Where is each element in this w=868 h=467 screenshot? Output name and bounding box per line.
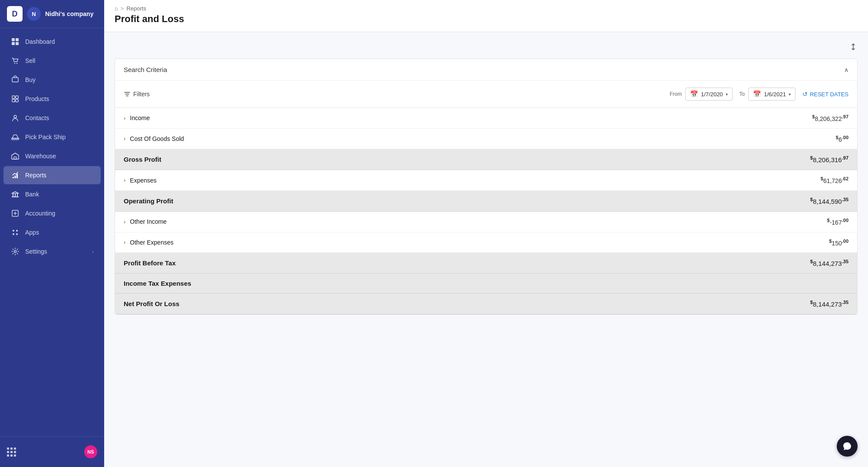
other-income-expand-icon: › [124, 219, 125, 225]
company-avatar: N [27, 7, 41, 21]
gross-profit-amount: $8,206,316.97 [810, 155, 848, 163]
sidebar-item-warehouse[interactable]: Warehouse [3, 147, 101, 165]
sidebar-label-settings: Settings [25, 248, 87, 255]
settings-icon [10, 247, 20, 256]
expenses-amount: $61,726.62 [821, 176, 848, 184]
sidebar-nav: Dashboard Sell Buy [0, 28, 104, 436]
sidebar-label-warehouse: Warehouse [25, 153, 94, 160]
sidebar-label-sell: Sell [25, 57, 94, 64]
contacts-icon [10, 113, 20, 123]
svg-point-23 [13, 233, 14, 235]
to-label: To [740, 91, 745, 97]
to-calendar-icon: 📅 [753, 90, 761, 98]
from-date-arrow-icon: ▾ [726, 92, 728, 97]
report-table: › Income $8,206,322.97 › Cost Of Goods S… [115, 108, 858, 315]
expenses-expand-icon: › [124, 177, 125, 183]
sidebar-item-products[interactable]: Products [3, 90, 101, 108]
svg-point-21 [13, 230, 14, 232]
search-criteria-header[interactable]: Search Criteria ∧ [115, 59, 857, 81]
sidebar-item-apps[interactable]: Apps [3, 223, 101, 242]
cogs-row[interactable]: › Cost Of Goods Sold $6.00 [115, 129, 857, 150]
income-tax-expenses-label: Income Tax Expenses [124, 280, 848, 287]
from-label: From [670, 91, 682, 97]
income-expand-icon: › [124, 115, 125, 121]
income-tax-expenses-row: Income Tax Expenses [115, 274, 857, 294]
gross-profit-label: Gross Profit [124, 156, 810, 163]
sidebar-item-pick-pack-ship[interactable]: Pick Pack Ship [3, 128, 101, 146]
date-from-group: From 📅 1/7/2020 ▾ [670, 88, 733, 101]
income-label: Income [130, 114, 812, 121]
filters-label: Filters [133, 91, 150, 98]
sidebar-item-settings[interactable]: Settings › [3, 242, 101, 261]
filters-button[interactable]: Filters [124, 91, 150, 98]
sidebar-label-apps: Apps [25, 229, 94, 236]
other-expenses-row[interactable]: › Other Expenses $150.00 [115, 232, 857, 253]
income-amount: $8,206,322.97 [812, 114, 848, 122]
svg-point-25 [14, 251, 16, 253]
sidebar-item-buy[interactable]: Buy [3, 71, 101, 89]
svg-rect-7 [12, 96, 15, 98]
svg-rect-3 [16, 42, 19, 45]
sidebar-item-accounting[interactable]: Accounting [3, 204, 101, 222]
reports-icon [10, 170, 20, 180]
page-header: ⌂ > Reports Profit and Loss [104, 0, 868, 32]
reset-dates-button[interactable]: ↺ RESET DATES [802, 91, 848, 98]
profit-before-tax-label: Profit Before Tax [124, 259, 810, 267]
accounting-icon [10, 209, 20, 218]
chat-button[interactable] [837, 436, 858, 457]
operating-profit-amount: $8,144,590.35 [810, 197, 848, 205]
svg-rect-2 [12, 42, 15, 45]
user-avatar[interactable]: NS [84, 445, 97, 458]
income-row[interactable]: › Income $8,206,322.97 [115, 108, 857, 129]
svg-rect-10 [16, 99, 18, 102]
page-title: Profit and Loss [115, 13, 858, 25]
buy-icon [10, 75, 20, 85]
profit-before-tax-row: Profit Before Tax $8,144,273.35 [115, 253, 857, 274]
svg-rect-15 [16, 174, 18, 178]
search-criteria-card: Search Criteria ∧ Filters From 📅 1/7/202… [115, 59, 858, 108]
sidebar: D N Nidhi's company Dashboard [0, 0, 104, 467]
other-income-label: Other Income [130, 218, 827, 225]
sidebar-item-reports[interactable]: Reports [3, 166, 101, 184]
pick-pack-ship-icon [10, 132, 20, 142]
sidebar-item-sell[interactable]: Sell [3, 52, 101, 70]
expenses-label: Expenses [130, 177, 820, 184]
from-date-picker[interactable]: 📅 1/7/2020 ▾ [685, 88, 733, 101]
other-expenses-label: Other Expenses [130, 239, 829, 246]
home-icon[interactable]: ⌂ [115, 5, 118, 12]
to-date-picker[interactable]: 📅 1/6/2021 ▾ [748, 88, 796, 101]
breadcrumb-separator: > [121, 5, 124, 12]
sidebar-label-accounting: Accounting [25, 210, 94, 217]
content-area: Search Criteria ∧ Filters From 📅 1/7/202… [104, 32, 868, 467]
svg-rect-19 [12, 196, 19, 197]
sidebar-label-bank: Bank [25, 191, 94, 198]
operating-profit-label: Operating Profit [124, 197, 810, 205]
breadcrumb-reports[interactable]: Reports [126, 5, 146, 12]
svg-rect-6 [12, 78, 18, 82]
gross-profit-row: Gross Profit $8,206,316.97 [115, 149, 857, 170]
sidebar-header: D N Nidhi's company [0, 0, 104, 28]
svg-rect-16 [13, 194, 13, 196]
grid-menu-icon[interactable] [7, 447, 16, 456]
sidebar-item-bank[interactable]: Bank [3, 185, 101, 203]
app-logo: D [7, 6, 23, 22]
operating-profit-row: Operating Profit $8,144,590.35 [115, 191, 857, 212]
company-name: Nidhi's company [45, 10, 93, 17]
svg-rect-0 [12, 38, 15, 41]
sidebar-label-products: Products [25, 95, 94, 102]
other-income-amount: $-167.00 [827, 218, 848, 226]
sort-button[interactable] [849, 42, 858, 53]
svg-point-11 [14, 115, 16, 118]
cogs-amount: $6.00 [836, 135, 848, 143]
other-income-row[interactable]: › Other Income $-167.00 [115, 212, 857, 232]
products-icon [10, 94, 20, 104]
svg-rect-1 [16, 38, 19, 41]
sidebar-item-contacts[interactable]: Contacts [3, 109, 101, 127]
svg-point-22 [16, 230, 18, 232]
date-to-group: To 📅 1/6/2021 ▾ [740, 88, 796, 101]
expenses-row[interactable]: › Expenses $61,726.62 [115, 170, 857, 191]
net-profit-loss-row: Net Profit Or Loss $8,144,273.35 [115, 294, 857, 314]
dashboard-icon [10, 37, 20, 46]
sidebar-item-dashboard[interactable]: Dashboard [3, 33, 101, 51]
svg-rect-13 [13, 177, 14, 178]
